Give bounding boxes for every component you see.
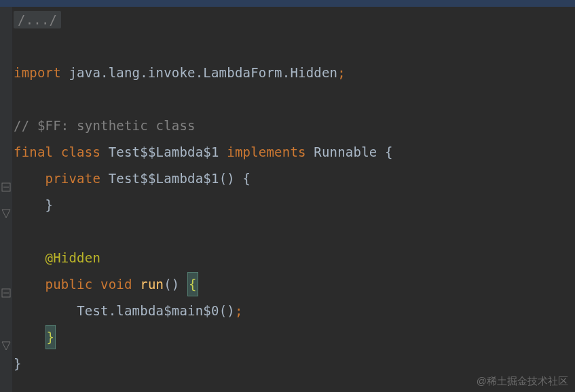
code-line-import[interactable]: import java.lang.invoke.LambdaForm.Hidde… — [14, 60, 575, 86]
indent — [14, 250, 45, 265]
import-path: java.lang.invoke.LambdaForm.Hidden — [69, 65, 337, 80]
code-line-folded[interactable]: /.../ — [14, 7, 575, 33]
close-brace: } — [45, 197, 54, 212]
code-line-body[interactable]: Test.lambda$main$0(); — [14, 298, 575, 324]
code-line-blank[interactable] — [14, 218, 575, 245]
fold-marker-minus-icon[interactable] — [1, 182, 11, 192]
keyword-void: void — [100, 277, 140, 292]
comment-text: // $FF: synthetic class — [14, 118, 196, 133]
method-name: run — [140, 277, 164, 292]
keyword-public: public — [45, 277, 100, 292]
code-line-class-decl[interactable]: final class Test$$Lambda$1 implements Ru… — [14, 139, 575, 165]
keyword-implements: implements — [227, 144, 314, 159]
semicolon: ; — [235, 303, 243, 318]
annotation-text: @Hidden — [45, 250, 100, 265]
gutter[interactable] — [0, 7, 12, 392]
editor-pane: /.../ import java.lang.invoke.LambdaForm… — [0, 7, 575, 392]
indent — [14, 303, 77, 318]
close-brace: } — [14, 356, 22, 371]
interface-name: Runnable — [314, 144, 385, 159]
fold-marker-close-icon[interactable] — [1, 209, 11, 218]
code-line-blank[interactable] — [14, 33, 575, 60]
matched-close-brace: } — [45, 325, 56, 349]
indent — [14, 277, 45, 292]
code-area[interactable]: /.../ import java.lang.invoke.LambdaForm… — [12, 7, 575, 392]
keyword-class: class — [61, 144, 109, 159]
indent — [14, 330, 45, 345]
parens: () — [164, 277, 187, 292]
keyword-import: import — [14, 65, 69, 80]
semicolon: ; — [337, 65, 346, 80]
code-line-run-decl[interactable]: public void run() { — [14, 271, 575, 298]
code-line-blank[interactable] — [14, 86, 575, 113]
watermark-text: @稀土掘金技术社区 — [477, 375, 568, 388]
ctor-name: Test$$Lambda$1 — [109, 171, 219, 186]
class-name: Test$$Lambda$1 — [109, 144, 227, 159]
fold-marker-close-icon[interactable] — [1, 341, 11, 351]
matched-open-brace: { — [187, 272, 198, 296]
code-line-run-close[interactable]: } — [14, 324, 575, 351]
indent — [14, 197, 45, 212]
code-line-ctor[interactable]: private Test$$Lambda$1() { — [14, 165, 575, 192]
open-brace: { — [243, 171, 251, 186]
title-bar — [0, 0, 575, 7]
keyword-private: private — [45, 171, 109, 186]
method-call: Test.lambda$main$0() — [77, 303, 235, 318]
fold-marker-minus-icon[interactable] — [1, 288, 11, 298]
keyword-final: final — [14, 144, 61, 159]
code-line-annotation[interactable]: @Hidden — [14, 245, 575, 271]
indent — [14, 171, 45, 186]
code-line-class-close[interactable]: } — [14, 351, 575, 377]
folded-block[interactable]: /.../ — [14, 11, 61, 28]
code-line-comment[interactable]: // $FF: synthetic class — [14, 113, 575, 139]
code-line-ctor-close[interactable]: } — [14, 192, 575, 218]
parens: () — [219, 171, 243, 186]
open-brace: { — [385, 144, 393, 159]
